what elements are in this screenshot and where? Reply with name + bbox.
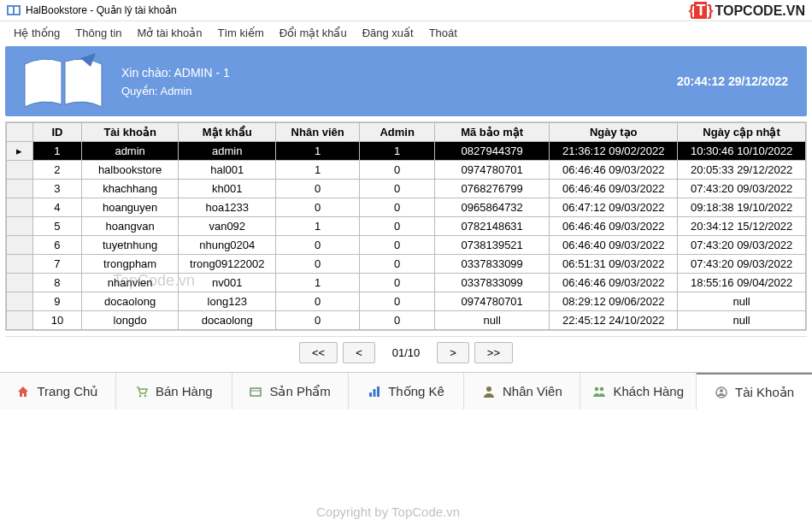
pager-first-button[interactable]: << (299, 342, 338, 363)
pager-last-button[interactable]: >> (474, 342, 513, 363)
tab-account[interactable]: Tài Khoản (697, 373, 812, 410)
account-icon (715, 386, 728, 399)
tab-home[interactable]: Trang Chủ (0, 373, 116, 410)
chart-icon (368, 385, 381, 398)
cell: 0 (360, 255, 435, 274)
cell: 0738139521 (435, 236, 550, 255)
cell: admin (81, 142, 179, 161)
tab-customers[interactable]: Khách Hàng (580, 373, 697, 410)
table-row[interactable]: 3khachhangkh00100076827679906:46:46 09/0… (7, 180, 806, 198)
product-icon (249, 385, 262, 398)
row-header (7, 292, 33, 311)
cell: nhung0204 (179, 236, 276, 255)
table-row[interactable]: ▸1adminadmin11082794437921:36:12 09/02/2… (7, 142, 806, 161)
menubar-item-5[interactable]: Đăng xuất (362, 27, 414, 39)
cell: 1 (32, 142, 81, 161)
menubar-item-3[interactable]: Tìm kiếm (218, 27, 264, 39)
menubar-item-1[interactable]: Thông tin (75, 27, 121, 39)
pager: << < 01/10 > >> (5, 336, 807, 372)
cell: nhanvien (81, 274, 179, 292)
cell: 0768276799 (435, 180, 550, 198)
cell: 06:46:46 09/03/2022 (550, 274, 678, 292)
table-row[interactable]: 7trongphamtrong0912200200033783309906:51… (7, 255, 806, 274)
tab-label: Tài Khoản (735, 385, 794, 400)
row-header: ▸ (7, 142, 33, 161)
tab-cart[interactable]: Bán Hàng (116, 373, 232, 410)
banner-greeting: Xin chào: ADMIN - 1 (121, 66, 230, 80)
home-icon (16, 385, 30, 398)
row-header (7, 236, 33, 255)
cell: 0337833099 (435, 255, 550, 274)
cell: 0 (360, 311, 435, 330)
tab-label: Sản Phẩm (269, 384, 330, 399)
column-header[interactable]: Admin (360, 123, 435, 142)
pager-prev-button[interactable]: < (343, 342, 375, 363)
cell: hal001 (179, 161, 276, 180)
menubar-item-2[interactable]: Mở tài khoản (138, 27, 203, 39)
menubar-item-0[interactable]: Hệ thống (14, 27, 60, 39)
cell: null (435, 311, 550, 330)
cell: 08:29:12 09/06/2022 (550, 292, 678, 311)
svg-point-8 (595, 386, 599, 391)
cell: 0 (360, 161, 435, 180)
column-header[interactable]: Tài khoản (81, 123, 179, 142)
row-header-corner (7, 123, 33, 142)
svg-rect-3 (250, 388, 261, 396)
svg-point-1 (139, 394, 142, 397)
cell: 1 (276, 161, 360, 180)
cell: 09:18:38 19/10/2022 (678, 198, 806, 217)
cell: 6 (32, 236, 81, 255)
tab-staff[interactable]: Nhân Viên (464, 373, 580, 410)
table-row[interactable]: 2halbookstorehal00110097478070106:46:46 … (7, 161, 806, 180)
menubar-item-6[interactable]: Thoát (429, 27, 457, 39)
column-header[interactable]: Ngày tạo (550, 123, 678, 142)
cell: 0827944379 (435, 142, 550, 161)
cell: 10:30:46 10/10/2022 (678, 142, 806, 161)
table-row[interactable]: 10longdodocaolong00null22:45:12 24/10/20… (7, 311, 806, 330)
row-header (7, 180, 33, 198)
cell: 3 (32, 180, 81, 198)
cell: 0 (276, 292, 360, 311)
column-header[interactable]: Mã bảo mật (435, 123, 550, 142)
cell: 5 (32, 217, 81, 236)
table-row[interactable]: 6tuyetnhungnhung020400073813952106:46:40… (7, 236, 806, 255)
cell: null (678, 311, 806, 330)
table-row[interactable]: 9docaolonglong12300097478070108:29:12 09… (7, 292, 806, 311)
cell: 7 (32, 255, 81, 274)
cell: 06:47:12 09/03/2022 (550, 198, 678, 217)
accounts-table[interactable]: IDTài khoảnMật khẩuNhân viênAdminMã bảo … (6, 122, 806, 330)
copyright-watermark: Copyright by TopCode.vn (316, 504, 460, 519)
table-row[interactable]: 4hoanguyenhoa123300096586473206:47:12 09… (7, 198, 806, 217)
tab-chart[interactable]: Thống Kê (349, 373, 465, 410)
table-row[interactable]: 5hoangvanvan09210078214863106:46:46 09/0… (7, 217, 806, 236)
cell: admin (179, 142, 276, 161)
cell: 06:46:46 09/03/2022 (550, 161, 678, 180)
cell: 0 (360, 236, 435, 255)
cell: hoangvan (81, 217, 179, 236)
cell: 0782148631 (435, 217, 550, 236)
cell: khachhang (81, 180, 179, 198)
svg-point-9 (600, 386, 604, 391)
cell: 2 (32, 161, 81, 180)
tab-product[interactable]: Sản Phẩm (232, 373, 349, 410)
cell: null (678, 292, 806, 311)
column-header[interactable]: Nhân viên (276, 123, 360, 142)
row-header (7, 198, 33, 217)
table-row[interactable]: 8nhanviennv00110033783309906:46:46 09/03… (7, 274, 806, 292)
cell: 4 (32, 198, 81, 217)
cell: 07:43:20 09/03/2022 (678, 180, 806, 198)
cell: 06:46:46 09/03/2022 (550, 217, 678, 236)
column-header[interactable]: Ngày cập nhật (678, 123, 806, 142)
cell: nv001 (179, 274, 276, 292)
banner: Xin chào: ADMIN - 1 Quyền: Admin 20:44:1… (5, 46, 807, 116)
cell: kh001 (179, 180, 276, 198)
row-header (7, 161, 33, 180)
svg-point-11 (720, 389, 723, 392)
column-header[interactable]: Mật khẩu (179, 123, 276, 142)
svg-point-2 (144, 394, 147, 397)
column-header[interactable]: ID (32, 123, 81, 142)
staff-icon (482, 385, 496, 398)
pager-next-button[interactable]: > (437, 342, 469, 363)
menubar-item-4[interactable]: Đổi mật khẩu (279, 27, 347, 39)
cell: long123 (179, 292, 276, 311)
